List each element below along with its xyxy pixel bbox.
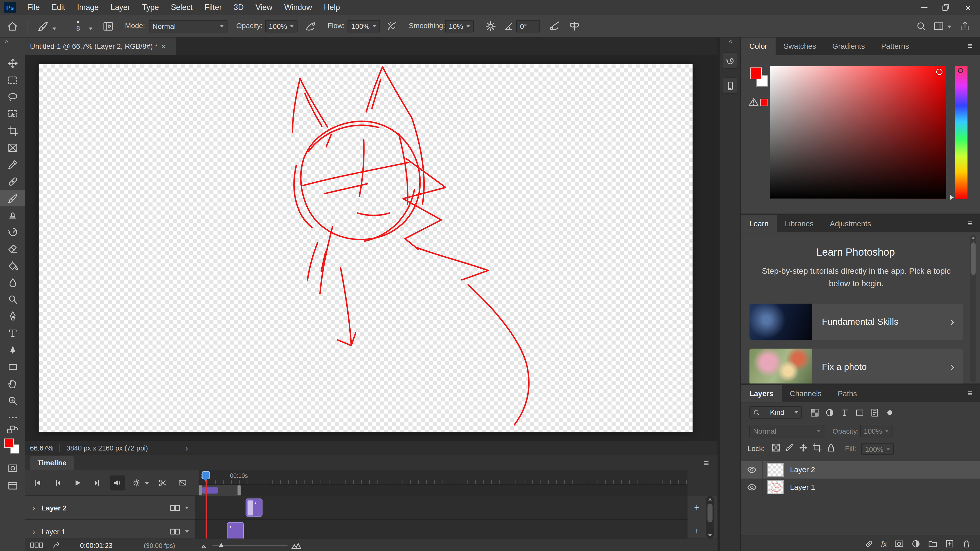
canvas[interactable] bbox=[39, 64, 693, 432]
zoom-slider-handle[interactable] bbox=[219, 543, 224, 547]
quick-mask-button[interactable] bbox=[0, 460, 25, 476]
zoom-out-mountain-icon[interactable] bbox=[201, 542, 209, 548]
track-expand-chevron[interactable]: › bbox=[32, 527, 35, 536]
filter-type-layers-icon[interactable] bbox=[840, 408, 850, 417]
tab-patterns[interactable]: Patterns bbox=[873, 38, 917, 55]
track-expand-chevron[interactable]: › bbox=[32, 503, 35, 512]
rectangle-tool[interactable] bbox=[0, 359, 25, 375]
search-icon[interactable] bbox=[916, 21, 926, 31]
scroll-up-arrow[interactable] bbox=[971, 237, 975, 239]
lock-position-icon[interactable] bbox=[799, 443, 808, 452]
eyedropper-tool[interactable] bbox=[0, 156, 25, 172]
layers-panel-menu-icon[interactable]: ≡ bbox=[967, 388, 973, 398]
brush-tip-chevron[interactable] bbox=[89, 27, 93, 30]
default-swap-colors-icon[interactable] bbox=[6, 425, 19, 435]
dock-collapse[interactable]: « bbox=[729, 38, 733, 45]
tab-libraries[interactable]: Libraries bbox=[776, 215, 821, 232]
frame-view-icon[interactable] bbox=[30, 541, 44, 548]
toolbar-collapse[interactable]: » bbox=[4, 38, 8, 45]
rectangular-marquee-tool[interactable] bbox=[0, 72, 25, 88]
pen-tool[interactable] bbox=[0, 308, 25, 324]
pressure-size-icon[interactable] bbox=[549, 21, 560, 32]
color-panel-menu-icon[interactable]: ≡ bbox=[967, 41, 973, 51]
spot-healing-brush-tool[interactable] bbox=[0, 173, 25, 189]
add-media-layer2-button[interactable]: + bbox=[691, 502, 703, 513]
menu-edit[interactable]: Edit bbox=[46, 0, 71, 15]
delete-layer-icon[interactable] bbox=[962, 539, 971, 548]
play-button[interactable] bbox=[70, 475, 85, 491]
add-media-layer1-button[interactable]: + bbox=[691, 526, 703, 536]
airbrush-icon[interactable] bbox=[386, 21, 397, 32]
menu-file[interactable]: File bbox=[21, 0, 46, 15]
brush-tool[interactable] bbox=[0, 190, 25, 206]
tab-channels[interactable]: Channels bbox=[782, 385, 830, 403]
go-to-start-button[interactable] bbox=[30, 475, 45, 491]
share-icon[interactable] bbox=[960, 21, 970, 31]
new-group-icon[interactable] bbox=[928, 539, 938, 548]
opacity-select[interactable]: 100% bbox=[265, 20, 298, 32]
edit-toolbar-button[interactable] bbox=[0, 409, 25, 426]
track-options-chevron[interactable] bbox=[185, 530, 189, 533]
path-selection-tool[interactable] bbox=[0, 342, 25, 358]
layer1-visibility-toggle[interactable] bbox=[741, 478, 762, 496]
layer-filter-kind-select[interactable]: Kind bbox=[749, 406, 802, 419]
layer2-visibility-toggle[interactable] bbox=[741, 461, 762, 478]
move-tool[interactable] bbox=[0, 55, 25, 71]
menu-type[interactable]: Type bbox=[136, 0, 165, 15]
brush-tip-preview[interactable]: 8 bbox=[71, 19, 85, 34]
workspace-chevron[interactable] bbox=[948, 25, 951, 28]
close-button[interactable]: × bbox=[956, 0, 980, 15]
device-preview-panel-button[interactable] bbox=[722, 78, 738, 94]
new-layer-icon[interactable] bbox=[945, 539, 955, 548]
status-chevron[interactable]: › bbox=[185, 443, 188, 453]
timeline-settings-chevron[interactable] bbox=[145, 483, 149, 485]
menu-3d[interactable]: 3D bbox=[228, 0, 250, 15]
menu-window[interactable]: Window bbox=[278, 0, 318, 15]
next-frame-button[interactable] bbox=[90, 475, 105, 491]
scroll-up-arrow[interactable] bbox=[708, 498, 712, 500]
document-tab[interactable]: Untitled-1 @ 66.7% (Layer 2, RGB/8#) * × bbox=[25, 38, 177, 55]
timeline-settings-button[interactable] bbox=[129, 475, 144, 491]
layer-row-layer1[interactable]: Layer 1 bbox=[741, 478, 980, 496]
brush-preset-icon[interactable] bbox=[38, 21, 49, 32]
layer-name[interactable]: Layer 2 bbox=[790, 465, 815, 474]
transition-button[interactable] bbox=[175, 475, 190, 491]
filter-pixel-layers-icon[interactable] bbox=[810, 408, 819, 417]
track-toggles-icon[interactable] bbox=[170, 527, 180, 535]
layer1-thumbnail[interactable] bbox=[767, 480, 784, 494]
gamut-color-swatch[interactable] bbox=[760, 99, 767, 106]
track-header-layer2[interactable]: › Layer 2 bbox=[25, 496, 195, 519]
track-lane-layer2[interactable]: › bbox=[195, 496, 687, 519]
filter-toggle-icon[interactable] bbox=[885, 408, 894, 417]
home-icon[interactable] bbox=[7, 21, 18, 32]
clip-layer1[interactable]: › bbox=[227, 522, 244, 538]
hue-slider-marker[interactable] bbox=[958, 68, 963, 73]
foreground-color-swatch[interactable] bbox=[4, 438, 14, 448]
lasso-tool[interactable] bbox=[0, 89, 25, 105]
learn-card-fundamental-skills[interactable]: Fundamental Skills › bbox=[749, 303, 963, 340]
smoothing-select[interactable]: 10% bbox=[445, 20, 474, 32]
dodge-tool[interactable] bbox=[0, 291, 25, 307]
playhead-marker[interactable] bbox=[202, 471, 210, 479]
blend-mode-select[interactable]: Normal bbox=[749, 425, 824, 437]
zoom-tool[interactable] bbox=[0, 392, 25, 409]
clip-layer2[interactable]: › bbox=[245, 499, 262, 516]
clone-stamp-tool[interactable] bbox=[0, 207, 25, 223]
layer-row-layer2[interactable]: Layer 2 bbox=[741, 461, 980, 478]
filter-smart-objects-icon[interactable] bbox=[870, 408, 880, 417]
fill-select[interactable]: 100% bbox=[861, 443, 894, 455]
layers-opacity-select[interactable]: 100% bbox=[860, 425, 892, 437]
document-tab-close[interactable]: × bbox=[161, 41, 166, 51]
filter-adjustment-layers-icon[interactable] bbox=[825, 408, 835, 417]
history-brush-tool[interactable] bbox=[0, 224, 25, 240]
track-lane-layer1[interactable]: › bbox=[195, 520, 687, 538]
toggle-brush-settings-icon[interactable] bbox=[103, 21, 114, 32]
color-field-cursor[interactable] bbox=[936, 68, 942, 75]
scrollbar-thumb[interactable] bbox=[708, 503, 713, 522]
paint-bucket-tool[interactable] bbox=[0, 257, 25, 274]
object-selection-tool[interactable] bbox=[0, 106, 25, 122]
menu-image[interactable]: Image bbox=[71, 0, 105, 15]
track-toggles-icon[interactable] bbox=[170, 504, 180, 511]
scrollbar-thumb[interactable] bbox=[971, 242, 975, 275]
menu-view[interactable]: View bbox=[250, 0, 278, 15]
